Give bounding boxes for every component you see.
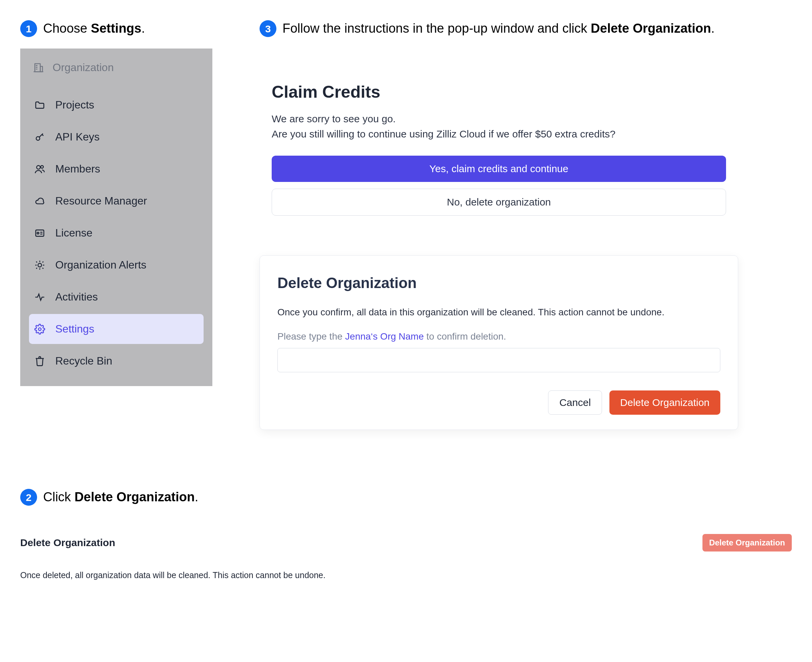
delete-prompt-org-name: Jenna‘s Org Name (345, 331, 424, 342)
activities-icon (34, 292, 45, 302)
step-2-bold: Delete Organization (74, 490, 195, 504)
claim-yes-button[interactable]: Yes, claim credits and continue (272, 156, 726, 182)
sidebar-item-label: Activities (55, 291, 98, 303)
svg-point-22 (39, 328, 41, 331)
delete-modal-title: Delete Organization (277, 275, 720, 291)
sidebar-item-label: Members (55, 163, 100, 175)
step-2-block: 2 Click Delete Organization. Delete Orga… (20, 489, 792, 580)
step-3-bold: Delete Organization (591, 21, 711, 35)
organization-icon (33, 62, 44, 73)
step-2-prefix: Click (43, 490, 74, 504)
step-3-label: 3 Follow the instructions in the pop-up … (259, 20, 792, 37)
sidebar-item-members[interactable]: Members (29, 154, 204, 184)
sidebar-header: Organization (29, 56, 204, 79)
sidebar-header-label: Organization (53, 61, 114, 74)
svg-point-6 (36, 137, 40, 140)
sidebar-item-recycle-bin[interactable]: Recycle Bin (29, 346, 204, 376)
svg-point-8 (41, 166, 44, 168)
folder-icon (34, 100, 45, 111)
sidebar-item-resource-manager[interactable]: Resource Manager (29, 186, 204, 216)
svg-rect-1 (40, 66, 42, 72)
step-1-suffix: . (141, 21, 145, 35)
step-1-bold: Settings (91, 21, 142, 35)
right-pane: Claim Credits We are sorry to see you go… (259, 48, 738, 430)
step-badge-1: 1 (20, 20, 37, 37)
cloud-icon (34, 196, 45, 207)
trash-icon (34, 356, 45, 366)
step-badge-3: 3 (259, 20, 276, 37)
step-1-label: 1 Choose Settings. (20, 20, 213, 37)
gear-icon (34, 324, 45, 334)
alert-icon (34, 260, 45, 270)
step-badge-2: 2 (20, 489, 37, 506)
svg-rect-0 (35, 64, 40, 72)
claim-line-1: We are sorry to see you go. (272, 111, 726, 126)
delete-prompt-after: to confirm deletion. (424, 331, 506, 342)
license-icon (34, 228, 45, 238)
delete-modal-prompt: Please type the Jenna‘s Org Name to conf… (277, 331, 720, 342)
sidebar-item-label: Settings (55, 323, 94, 335)
svg-line-16 (36, 262, 37, 262)
step-2-label: 2 Click Delete Organization. (20, 489, 792, 506)
members-icon (34, 164, 45, 175)
svg-point-13 (38, 263, 42, 267)
svg-line-20 (36, 268, 37, 269)
cancel-button[interactable]: Cancel (548, 390, 602, 415)
sidebar: Organization Projects API Keys Members R… (20, 48, 213, 386)
sidebar-item-label: License (55, 227, 92, 239)
sidebar-item-org-alerts[interactable]: Organization Alerts (29, 250, 204, 280)
claim-line-2: Are you still willing to continue using … (272, 126, 726, 141)
sidebar-item-label: API Keys (55, 131, 100, 143)
sidebar-item-api-keys[interactable]: API Keys (29, 122, 204, 152)
sidebar-item-projects[interactable]: Projects (29, 90, 204, 120)
delete-organization-button[interactable]: Delete Organization (609, 390, 720, 415)
delete-organization-modal: Delete Organization Once you confirm, al… (259, 255, 738, 430)
sidebar-item-label: Resource Manager (55, 195, 147, 207)
delete-modal-desc: Once you confirm, all data in this organ… (277, 307, 720, 318)
danger-zone-title: Delete Organization (20, 537, 115, 548)
sidebar-item-license[interactable]: License (29, 218, 204, 248)
step-3-prefix: Follow the instructions in the pop-up wi… (282, 21, 591, 35)
sidebar-item-settings[interactable]: Settings (29, 314, 204, 344)
claim-no-button[interactable]: No, delete organization (272, 189, 726, 215)
delete-confirm-input[interactable] (277, 348, 720, 372)
danger-delete-button[interactable]: Delete Organization (702, 534, 792, 551)
step-1-prefix: Choose (43, 21, 91, 35)
danger-zone-row: Delete Organization Delete Organization (20, 534, 792, 551)
sidebar-item-activities[interactable]: Activities (29, 282, 204, 312)
sidebar-item-label: Recycle Bin (55, 355, 112, 367)
delete-prompt-before: Please type the (277, 331, 345, 342)
svg-line-17 (42, 268, 44, 269)
sidebar-item-label: Organization Alerts (55, 259, 146, 271)
svg-line-21 (42, 262, 44, 262)
step-3-suffix: . (711, 21, 715, 35)
key-icon (34, 132, 45, 143)
svg-point-7 (37, 166, 40, 169)
step-2-suffix: . (195, 490, 198, 504)
claim-title: Claim Credits (272, 82, 726, 102)
danger-zone-note: Once deleted, all organization data will… (20, 570, 792, 580)
svg-point-10 (37, 232, 39, 234)
sidebar-item-label: Projects (55, 99, 94, 111)
claim-credits-section: Claim Credits We are sorry to see you go… (259, 82, 738, 228)
